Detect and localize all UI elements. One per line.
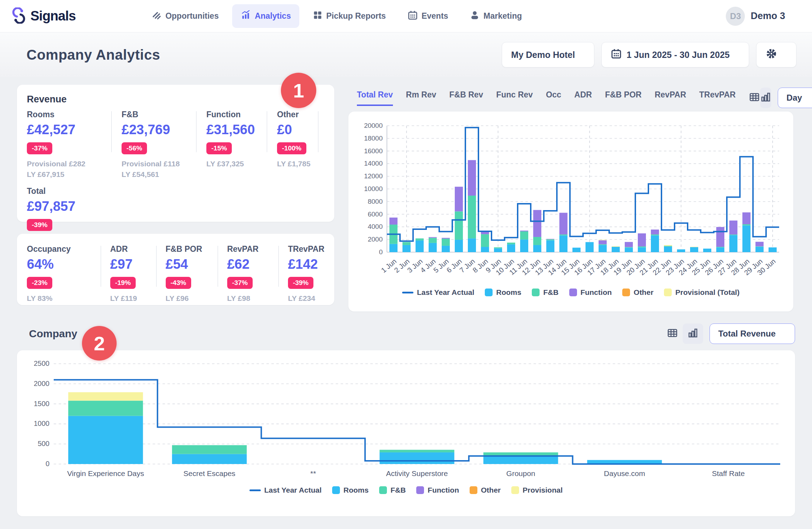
svg-text:1500: 1500 bbox=[34, 400, 50, 408]
granularity-selector[interactable]: Day bbox=[778, 88, 812, 108]
tab-rm-rev[interactable]: Rm Rev bbox=[406, 90, 436, 106]
legend-item[interactable]: Last Year Actual bbox=[249, 486, 322, 494]
hotel-selector-button[interactable]: My Demo Hotel bbox=[502, 42, 595, 67]
company-table-view-toggle[interactable] bbox=[662, 323, 683, 344]
company-section-header: Company Total Revenue bbox=[0, 311, 812, 350]
user-menu[interactable]: D3 Demo 3 bbox=[726, 7, 796, 26]
svg-text:10000: 10000 bbox=[364, 185, 383, 192]
metric-revpar: RevPAR £62 -37% LY £98 bbox=[218, 244, 279, 304]
opportunities-icon bbox=[151, 10, 161, 22]
daily-revenue-chart[interactable]: 0200040006000800010000120001400016000180… bbox=[357, 119, 785, 286]
company-metric-selector[interactable]: Total Revenue bbox=[710, 323, 795, 344]
page-title: Company Analytics bbox=[27, 47, 160, 63]
company-section: Company Total Revenue 050010001500200025… bbox=[0, 311, 812, 516]
kpi-metrics-row: Occupancy 64% -23% LY 83% ADR £97 -19% L… bbox=[27, 244, 324, 304]
company-metric-label: Total Revenue bbox=[718, 329, 776, 339]
tab-occ[interactable]: Occ bbox=[546, 90, 561, 106]
legend-item[interactable]: Other bbox=[622, 288, 653, 297]
legend-item[interactable]: Rooms bbox=[332, 486, 369, 494]
svg-text:2000: 2000 bbox=[368, 236, 383, 243]
brand-logo[interactable]: Signals bbox=[11, 7, 76, 25]
nav-label: Events bbox=[422, 11, 448, 21]
legend-swatch bbox=[332, 486, 340, 494]
svg-text:Dayuse.com: Dayuse.com bbox=[604, 469, 645, 477]
chart-view-toggle[interactable] bbox=[760, 88, 771, 108]
metric-label: Rooms bbox=[27, 110, 112, 119]
metric-rooms: Rooms £42,527 -37% Provisional £282 LY £… bbox=[27, 110, 112, 180]
nav-item-events[interactable]: Events bbox=[399, 5, 457, 28]
signals-logo-icon bbox=[11, 7, 27, 25]
metric-value: £142 bbox=[288, 257, 324, 272]
company-chart-legend: Last Year ActualRoomsF&BFunctionOtherPro… bbox=[25, 486, 787, 494]
legend-swatch bbox=[402, 292, 413, 293]
legend-item[interactable]: Rooms bbox=[485, 288, 521, 297]
change-badge: -23% bbox=[27, 277, 52, 289]
tab-total-rev[interactable]: Total Rev bbox=[357, 90, 393, 106]
tab-fb-rev[interactable]: F&B Rev bbox=[449, 90, 483, 106]
table-icon bbox=[667, 327, 678, 340]
legend-item[interactable]: Other bbox=[470, 486, 501, 494]
date-range-label: 1 Jun 2025 - 30 Jun 2025 bbox=[626, 50, 730, 60]
nav-item-marketing[interactable]: Marketing bbox=[461, 5, 530, 28]
svg-text:14000: 14000 bbox=[364, 160, 383, 167]
header-controls: My Demo Hotel 1 Jun 2025 - 30 Jun 2025 bbox=[502, 42, 796, 67]
metric-sub: LY £67,915 bbox=[27, 169, 112, 180]
bar-chart-icon bbox=[687, 327, 699, 340]
legend-item[interactable]: Function bbox=[416, 486, 459, 494]
metric-label: F&B bbox=[122, 110, 196, 119]
legend-item[interactable]: Function bbox=[569, 288, 612, 297]
legend-swatch bbox=[511, 486, 519, 494]
main-content: Revenue Rooms £42,527 -37% Provisional £… bbox=[0, 77, 812, 311]
bar-chart-icon bbox=[760, 91, 771, 104]
legend-label: Rooms bbox=[343, 486, 369, 494]
change-badge: -37% bbox=[27, 142, 52, 154]
annotation-badge-2: 2 bbox=[82, 326, 117, 361]
settings-button[interactable] bbox=[756, 42, 796, 67]
daily-chart-legend: Last Year ActualRoomsF&BFunctionOtherPro… bbox=[357, 288, 785, 297]
metric-adr: ADR £97 -19% LY £119 bbox=[101, 244, 157, 304]
legend-item[interactable]: Last Year Actual bbox=[402, 288, 474, 297]
change-badge: -37% bbox=[227, 277, 253, 289]
legend-item[interactable]: F&B bbox=[379, 486, 406, 494]
nav-item-opportunities[interactable]: Opportunities bbox=[143, 4, 227, 28]
tab-fb-por[interactable]: F&B POR bbox=[605, 90, 642, 106]
tab-revpar[interactable]: RevPAR bbox=[655, 90, 686, 106]
legend-item[interactable]: F&B bbox=[532, 288, 558, 297]
metric-label: TRevPAR bbox=[288, 244, 324, 254]
tab-adr[interactable]: ADR bbox=[574, 90, 592, 106]
metric-sub: Provisional £282 bbox=[27, 159, 112, 169]
svg-text:2500: 2500 bbox=[34, 359, 50, 367]
tab-func-rev[interactable]: Func Rev bbox=[496, 90, 533, 106]
pickup-reports-icon bbox=[313, 10, 322, 22]
revenue-card: Revenue Rooms £42,527 -37% Provisional £… bbox=[17, 85, 334, 222]
svg-text:16000: 16000 bbox=[364, 147, 383, 155]
legend-item[interactable]: Provisional bbox=[511, 486, 563, 494]
summary-column: Revenue Rooms £42,527 -37% Provisional £… bbox=[17, 85, 334, 305]
brand-name: Signals bbox=[30, 8, 76, 24]
tab-trevpar[interactable]: TRevPAR bbox=[699, 90, 736, 106]
svg-text:Secret Escapes: Secret Escapes bbox=[183, 469, 235, 477]
svg-text:500: 500 bbox=[38, 440, 49, 447]
nav-item-analytics[interactable]: Analytics bbox=[232, 4, 299, 28]
daily-chart-card: 0200040006000800010000120001400016000180… bbox=[348, 112, 793, 311]
revenue-card-title: Revenue bbox=[27, 94, 324, 105]
svg-text:18000: 18000 bbox=[364, 135, 383, 142]
metric-value: £97 bbox=[110, 257, 157, 272]
legend-swatch bbox=[379, 486, 387, 494]
svg-text:0: 0 bbox=[379, 248, 383, 256]
table-view-toggle[interactable] bbox=[749, 88, 760, 108]
page-header: Company Analytics My Demo Hotel 1 Jun 20… bbox=[0, 32, 812, 77]
legend-swatch bbox=[416, 486, 424, 494]
metric-label: Function bbox=[206, 110, 267, 119]
nav-item-pickup-reports[interactable]: Pickup Reports bbox=[304, 5, 394, 28]
change-badge: -19% bbox=[110, 277, 136, 289]
gear-icon bbox=[766, 48, 777, 61]
legend-item[interactable]: Provisional (Total) bbox=[664, 288, 740, 297]
svg-text:**: ** bbox=[310, 469, 316, 477]
date-range-button[interactable]: 1 Jun 2025 - 30 Jun 2025 bbox=[601, 42, 749, 67]
metric-sub: LY £119 bbox=[110, 293, 157, 304]
company-revenue-chart[interactable]: 05001000150020002500Virgin Experience Da… bbox=[25, 359, 787, 484]
company-chart-view-toggle[interactable] bbox=[683, 323, 703, 344]
granularity-label: Day bbox=[787, 93, 802, 103]
svg-text:4000: 4000 bbox=[368, 223, 383, 230]
